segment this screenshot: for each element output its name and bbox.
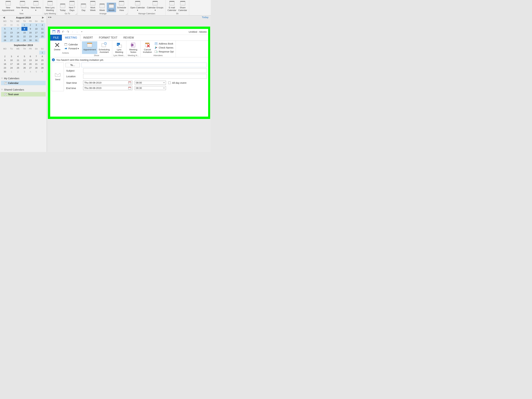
onenote-button[interactable]: NMeetingNotes [127, 41, 139, 54]
calendar-day[interactable]: 23 [27, 35, 33, 38]
ribbon-button[interactable]: New Items▾ [30, 0, 42, 12]
calendar-day[interactable]: 8 [39, 55, 45, 58]
ribbon-button[interactable]: E-mailCalendar [167, 0, 177, 12]
calendar-day[interactable]: 3 [33, 23, 39, 27]
appointment-button[interactable]: Appointment [82, 41, 97, 54]
calendar-day[interactable]: 10 [8, 58, 14, 62]
subject-field[interactable] [83, 68, 207, 73]
calendar-day[interactable]: 26 [1, 38, 8, 42]
calendar-day[interactable]: 16 [27, 31, 33, 35]
dialog-launcher-icon[interactable] [75, 13, 77, 15]
today-link[interactable]: Today [202, 16, 209, 19]
send-button[interactable]: Send [51, 63, 64, 91]
dialog-tab-meeting[interactable]: MEETING [62, 35, 80, 41]
calendar-day[interactable]: 12 [1, 31, 8, 35]
calendar-day[interactable]: 11 [39, 27, 45, 31]
calendar-day[interactable]: 6 [27, 55, 33, 58]
ribbon-button[interactable]: Today [58, 3, 67, 12]
calendar-section[interactable]: ▽My Calendars [1, 76, 46, 81]
calendar-day[interactable]: 7 [33, 55, 39, 58]
redo-icon[interactable] [65, 29, 70, 34]
calendar-day[interactable]: 15 [39, 58, 45, 62]
calendar-day[interactable]: 1 [21, 23, 27, 27]
calendar-day[interactable]: 2 [27, 23, 33, 27]
calendar-day[interactable]: 2 [1, 55, 8, 58]
next-month-icon[interactable]: ▶ [42, 16, 44, 19]
calendar-day[interactable]: 5 [21, 55, 27, 58]
calendar-section[interactable]: ▽Shared Calendars [1, 87, 46, 92]
calendar-day[interactable]: 24 [33, 35, 39, 38]
calendar-day[interactable]: 30 [8, 23, 14, 27]
calendar-day[interactable]: 30 [27, 38, 33, 42]
calendar-day[interactable]: 13 [8, 31, 14, 35]
next-icon[interactable]: ▶ [50, 16, 51, 18]
calendar-day[interactable]: 1 [39, 51, 45, 55]
calendar-day[interactable] [8, 51, 14, 55]
calendar-day[interactable]: 27 [8, 38, 14, 42]
calendar-day[interactable]: 10 [33, 27, 39, 31]
calendar-day[interactable]: 14 [33, 58, 39, 62]
calendar-day[interactable]: 29 [21, 38, 27, 42]
calendar-day[interactable]: 29 [39, 66, 45, 70]
calendar-day[interactable] [14, 51, 21, 55]
calendar-day[interactable]: 3 [8, 55, 14, 58]
cancel-button[interactable]: CancelInvitation [141, 41, 153, 54]
calendar-day[interactable] [21, 51, 27, 55]
calendar-day[interactable]: 9 [1, 58, 8, 62]
lync-button[interactable]: LLyncMeeting [113, 41, 125, 54]
undo-icon[interactable] [61, 29, 65, 34]
ribbon-button[interactable]: Day [79, 3, 88, 12]
calendar-day[interactable]: 7 [14, 27, 21, 31]
calendar-day[interactable]: 28 [14, 38, 21, 42]
calendar-day[interactable]: 26 [21, 66, 27, 70]
prev-item-icon[interactable]: ↑ [70, 29, 75, 34]
ribbon-button[interactable]: Week [97, 3, 107, 12]
dialog-tab-review[interactable]: REVIEW [120, 35, 137, 41]
addressbook-button[interactable]: Address Book [153, 42, 175, 46]
calendar-day[interactable]: 25 [14, 66, 21, 70]
calendar-day[interactable]: 5 [1, 27, 8, 31]
calendar-day[interactable]: 24 [8, 66, 14, 70]
calendar-day[interactable]: 19 [1, 35, 8, 38]
delete-button[interactable]: Delete [51, 41, 63, 51]
calendar-day[interactable]: 17 [8, 62, 14, 66]
calendar-day[interactable]: 31 [14, 23, 21, 27]
ribbon-button[interactable]: ScheduleView [116, 0, 127, 12]
end-date-picker[interactable]: Thu 08-08-2019 [83, 86, 132, 90]
ribbon-button[interactable]: New LyncMeeting [44, 0, 56, 12]
calendar-day[interactable]: 3 [21, 70, 27, 74]
calendar-day[interactable]: 28 [33, 66, 39, 70]
calendar-day[interactable]: 5 [33, 70, 39, 74]
ribbon-button[interactable]: Next 7Days [67, 0, 77, 12]
start-time-picker[interactable]: 08:00 ▼ [135, 81, 166, 85]
dialog-tab-file[interactable]: FILE [50, 35, 62, 41]
calendar-day[interactable]: 1 [8, 70, 14, 74]
calendar-day[interactable]: 29 [1, 23, 8, 27]
save-icon[interactable] [56, 29, 61, 34]
ribbon-button[interactable]: Open Calendar▾ [129, 0, 146, 12]
calendar-day[interactable]: 12 [21, 58, 27, 62]
calendar-day[interactable] [1, 51, 8, 55]
dialog-launcher-icon[interactable] [126, 13, 127, 15]
start-date-picker[interactable]: Thu 08-08-2019 [83, 81, 132, 85]
calendar-day[interactable]: 21 [33, 62, 39, 66]
calendar-day[interactable] [33, 51, 39, 55]
calendar-day[interactable]: 14 [14, 31, 21, 35]
calendar-day[interactable]: 6 [8, 27, 14, 31]
dialog-tab-insert[interactable]: INSERT [80, 35, 96, 41]
ribbon-button[interactable]: Month [107, 3, 116, 12]
dialog-tab-format-text[interactable]: FORMAT TEXT [96, 35, 120, 41]
calendar-day[interactable]: 25 [39, 35, 45, 38]
to-button[interactable]: To... [65, 63, 80, 67]
calendar-day[interactable]: 2 [14, 70, 21, 74]
calendar-day[interactable]: 4 [14, 55, 21, 58]
calendar-day[interactable]: 21 [14, 35, 21, 38]
ribbon-button[interactable]: New Meeting▾ [15, 0, 30, 12]
ribbon-button[interactable]: WorkWeek [88, 0, 97, 12]
calendar-day[interactable]: 19 [21, 62, 27, 66]
calendar-day[interactable]: 23 [1, 66, 8, 70]
calendar-day[interactable]: 20 [8, 35, 14, 38]
calendar-day[interactable]: 17 [33, 31, 39, 35]
calendar-day[interactable]: 6 [39, 70, 45, 74]
ribbon-button[interactable]: Calendar Groups▾ [146, 0, 165, 12]
